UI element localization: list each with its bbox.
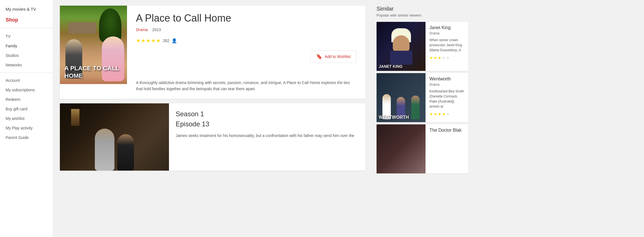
add-to-wishlist-button[interactable]: 🔖 Add to Wishlist <box>310 50 356 63</box>
similar-info-janet-king: Janet King Drama When senior crown prose… <box>426 22 468 71</box>
star-4: ★ <box>151 38 156 44</box>
wishlist-label: Add to Wishlist <box>325 54 351 59</box>
sidebar-item-gift-card[interactable]: Buy gift card <box>0 104 53 114</box>
movie-meta: Drama 2013 <box>136 27 356 32</box>
wentworth-star-5: ★ <box>446 112 450 116</box>
sidebar-item-play-activity[interactable]: My Play activity <box>0 123 53 133</box>
similar-show-title-doctor-blake: The Doctor Blak <box>429 128 464 133</box>
movie-description: A thoroughly addictive drama brimming wi… <box>136 80 356 92</box>
similar-info-wentworth: Wentworth Drama Kindhearted Bea Smith (D… <box>426 73 468 122</box>
movie-poster: A PLACE TO CALL HOME <box>60 6 127 84</box>
similar-stars-janet-king: ★ ★ ★ ★ ★ <box>429 55 464 60</box>
similar-show-title-wentworth: Wentworth <box>429 76 464 82</box>
similar-thumb-janet-king: JANET KING <box>377 22 426 71</box>
star-1: ★ <box>136 38 140 44</box>
sidebar-item-subscriptions[interactable]: My subscriptions <box>0 85 53 95</box>
similar-info-doctor-blake: The Doctor Blak <box>426 124 468 173</box>
wentworth-star-4: ★ <box>442 112 446 116</box>
episode-thumbnail <box>60 103 169 171</box>
star-5: ★ <box>156 38 161 44</box>
sidebar-item-family[interactable]: Family <box>0 41 53 51</box>
star-2: ★ <box>141 38 145 44</box>
sidebar-item-account[interactable]: Account <box>0 76 53 85</box>
episode-season: Season 1 <box>176 110 359 118</box>
similar-thumb-wentworth: WENTWORTH <box>377 73 426 122</box>
similar-show-title-janet-king: Janet King <box>429 25 464 30</box>
janet-star-2: ★ <box>434 55 437 60</box>
wentworth-star-1: ★ <box>429 112 433 116</box>
sidebar: My movies & TV Shop TV Family Studios Ne… <box>0 0 53 237</box>
wentworth-star-2: ★ <box>434 112 437 116</box>
similar-subtitle: Popular with similar viewers <box>377 13 468 17</box>
sidebar-item-redeem[interactable]: Redeem <box>0 95 53 104</box>
sidebar-item-tv[interactable]: TV <box>0 32 53 41</box>
janet-star-4: ★ <box>442 55 446 60</box>
janet-star-1: ★ <box>429 55 433 60</box>
sidebar-item-studios[interactable]: Studios <box>0 51 53 60</box>
movie-rating: ★ ★ ★ ★ ★ 262 👤 <box>136 38 356 44</box>
movie-poster-title: A PLACE TO CALL HOME <box>64 65 123 80</box>
similar-card-janet-king[interactable]: JANET KING Janet King Drama When senior … <box>377 22 468 71</box>
movie-info: A Place to Call Home Drama 2013 ★ ★ ★ ★ … <box>127 6 365 99</box>
rating-count: 262 <box>163 38 169 43</box>
similar-show-genre-janet-king: Drama <box>429 31 464 35</box>
similar-card-wentworth[interactable]: WENTWORTH Wentworth Drama Kindhearted Be… <box>377 73 468 122</box>
episode-description: James seeks treatment for his homosexual… <box>176 133 359 139</box>
main-content: A PLACE TO CALL HOME A Place to Call Hom… <box>53 0 644 237</box>
episode-info: Season 1 Episode 13 James seeks treatmen… <box>169 103 365 171</box>
similar-panel: Similar Popular with similar viewers JAN… <box>372 0 473 237</box>
bookmark-icon: 🔖 <box>316 54 322 60</box>
center-content: A PLACE TO CALL HOME A Place to Call Hom… <box>53 0 372 237</box>
movie-year: 2013 <box>152 27 161 32</box>
similar-card-doctor-blake[interactable]: The Doctor Blak <box>377 124 468 173</box>
star-3: ★ <box>146 38 151 44</box>
rating-stars: ★ ★ ★ ★ ★ <box>136 38 161 44</box>
wentworth-thumb-label: WENTWORTH <box>379 115 423 120</box>
similar-show-desc-janet-king: When senior crown prosecutor Janet King … <box>429 38 464 53</box>
janet-king-thumb-label: JANET KING <box>379 64 423 69</box>
sidebar-item-wishlist[interactable]: My wishlist <box>0 114 53 123</box>
janet-star-5: ★ <box>446 55 450 60</box>
similar-stars-wentworth: ★ ★ ★ ★ ★ <box>429 112 464 116</box>
sidebar-shop-link[interactable]: Shop <box>0 15 53 27</box>
janet-star-3: ★ <box>438 55 441 60</box>
movie-title: A Place to Call Home <box>136 12 356 24</box>
episode-card: Season 1 Episode 13 James seeks treatmen… <box>60 103 365 171</box>
similar-show-desc-wentworth: Kindhearted Bea Smith (Danielle Cormack,… <box>429 89 464 109</box>
sidebar-item-parent-guide[interactable]: Parent Guide <box>0 133 53 142</box>
sidebar-title: My movies & TV <box>0 4 53 15</box>
episode-number: Episode 13 <box>176 120 359 128</box>
wentworth-star-3: ★ <box>438 112 441 116</box>
similar-show-genre-wentworth: Drama <box>429 83 464 87</box>
movie-card: A PLACE TO CALL HOME A Place to Call Hom… <box>60 6 365 99</box>
person-icon: 👤 <box>171 38 177 43</box>
movie-genre: Drama <box>136 27 148 32</box>
similar-thumb-doctor-blake <box>377 124 426 173</box>
similar-title: Similar <box>377 6 468 12</box>
sidebar-item-networks[interactable]: Networks <box>0 60 53 70</box>
